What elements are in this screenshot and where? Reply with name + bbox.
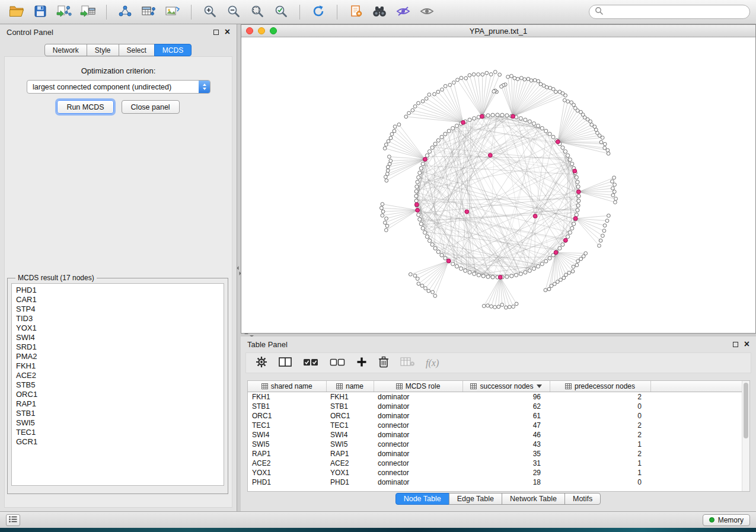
network-node[interactable]	[605, 219, 609, 223]
network-node[interactable]	[606, 149, 610, 152]
tab-network[interactable]: Network	[44, 44, 87, 56]
network-node[interactable]	[433, 246, 437, 250]
network-node[interactable]	[424, 287, 428, 290]
network-node[interactable]	[486, 304, 490, 307]
cell-filler[interactable]	[650, 430, 742, 440]
mcds-result-item[interactable]: STP4	[16, 305, 219, 314]
network-node[interactable]	[485, 71, 489, 75]
column-header-mcds-role[interactable]: MCDS role	[374, 381, 462, 392]
network-node[interactable]	[417, 282, 420, 286]
cell-name[interactable]: SWI5	[326, 440, 374, 449]
cell-mcds-role[interactable]: connector	[374, 440, 462, 449]
network-node[interactable]	[544, 259, 548, 263]
cell-filler[interactable]	[650, 440, 742, 449]
find-button[interactable]	[369, 3, 390, 21]
network-node[interactable]	[482, 305, 486, 308]
mcds-result-item[interactable]: STB5	[16, 380, 219, 390]
network-node[interactable]	[570, 226, 574, 230]
status-menu-button[interactable]	[6, 514, 20, 526]
table-row[interactable]: STB1STB1dominator620	[248, 402, 742, 411]
cell-mcds-role[interactable]: dominator	[374, 430, 462, 440]
network-node[interactable]	[413, 105, 417, 108]
network-node[interactable]	[516, 78, 519, 81]
cell-name[interactable]: SWI4	[326, 430, 374, 440]
cell-shared-name[interactable]: SWI4	[248, 430, 326, 440]
float-panel-icon[interactable]	[213, 30, 219, 35]
network-node[interactable]	[568, 230, 572, 234]
network-node[interactable]	[513, 76, 516, 80]
network-node[interactable]	[602, 229, 606, 233]
network-node-dominator[interactable]	[573, 169, 577, 173]
network-node[interactable]	[533, 79, 537, 82]
mcds-result-item[interactable]: TID3	[16, 314, 219, 323]
mcds-result-item[interactable]: RAP1	[16, 399, 219, 409]
cell-filler[interactable]	[650, 468, 742, 477]
network-node[interactable]	[468, 73, 471, 77]
network-node[interactable]	[384, 229, 388, 232]
network-canvas[interactable]	[241, 37, 755, 333]
cell-predecessor-nodes[interactable]: 2	[550, 421, 650, 430]
cell-successor-nodes[interactable]: 43	[462, 440, 550, 449]
network-node[interactable]	[584, 252, 588, 255]
network-node[interactable]	[558, 90, 562, 94]
zoom-out-button[interactable]	[223, 3, 244, 21]
cell-filler[interactable]	[650, 459, 742, 468]
network-node[interactable]	[419, 222, 423, 226]
network-node[interactable]	[575, 213, 578, 217]
network-node-dominator[interactable]	[414, 203, 419, 207]
mcds-result-item[interactable]: ACE2	[16, 371, 219, 380]
network-node[interactable]	[528, 269, 531, 273]
cell-name[interactable]: FKH1	[326, 392, 374, 402]
network-node[interactable]	[472, 73, 476, 76]
cell-predecessor-nodes[interactable]: 0	[550, 477, 650, 487]
cell-filler[interactable]	[650, 402, 742, 411]
network-node[interactable]	[385, 217, 388, 220]
mcds-result-item[interactable]: PHD1	[16, 286, 219, 295]
network-node[interactable]	[383, 147, 387, 150]
network-node[interactable]	[576, 185, 580, 188]
network-node[interactable]	[441, 88, 444, 91]
network-node[interactable]	[414, 199, 418, 203]
network-node[interactable]	[570, 162, 574, 166]
mcds-result-item[interactable]: PMA2	[16, 352, 219, 361]
network-node[interactable]	[381, 210, 385, 213]
network-node[interactable]	[490, 305, 493, 308]
column-header-successor-nodes[interactable]: successor nodes	[462, 381, 550, 392]
network-node[interactable]	[489, 73, 493, 76]
network-node[interactable]	[519, 272, 522, 275]
cell-mcds-role[interactable]: connector	[374, 421, 462, 430]
network-node[interactable]	[421, 226, 425, 230]
network-node[interactable]	[515, 273, 518, 277]
network-node[interactable]	[393, 129, 396, 133]
table-settings-button[interactable]	[256, 355, 267, 371]
network-node[interactable]	[428, 239, 431, 242]
network-node[interactable]	[481, 274, 485, 278]
network-node[interactable]	[500, 85, 503, 88]
cell-shared-name[interactable]: FKH1	[248, 392, 326, 402]
network-node-dominator[interactable]	[511, 114, 515, 118]
cell-successor-nodes[interactable]: 61	[462, 411, 550, 421]
cell-predecessor-nodes[interactable]: 1	[550, 440, 650, 449]
network-node[interactable]	[590, 123, 594, 127]
network-node[interactable]	[481, 73, 484, 76]
network-node[interactable]	[532, 122, 535, 126]
network-node[interactable]	[537, 79, 540, 83]
network-node[interactable]	[486, 114, 490, 117]
network-node[interactable]	[496, 113, 499, 117]
close-panel-icon[interactable]: ×	[744, 341, 749, 347]
network-node[interactable]	[563, 150, 567, 153]
network-node[interactable]	[611, 180, 614, 183]
cell-mcds-role[interactable]: dominator	[374, 411, 462, 421]
network-node[interactable]	[576, 180, 579, 184]
network-node[interactable]	[428, 93, 431, 97]
network-node[interactable]	[520, 76, 524, 80]
network-node[interactable]	[536, 265, 540, 268]
cell-shared-name[interactable]: TEC1	[248, 421, 326, 430]
network-node[interactable]	[505, 275, 509, 278]
network-node-dominator[interactable]	[465, 210, 469, 214]
import-table-button[interactable]	[77, 3, 98, 21]
memory-button[interactable]: Memory	[703, 514, 750, 526]
close-panel-button[interactable]: Close panel	[122, 100, 180, 114]
cell-filler[interactable]	[650, 477, 742, 487]
network-node[interactable]	[540, 262, 544, 265]
